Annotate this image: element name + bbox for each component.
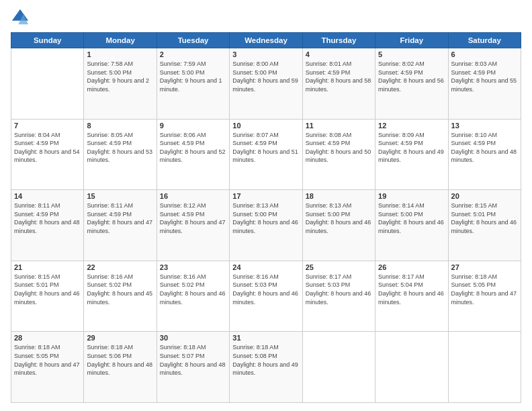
calendar-cell: 23 Sunrise: 8:16 AMSunset: 5:02 PMDaylig… [157, 261, 229, 332]
calendar-cell: 21 Sunrise: 8:15 AMSunset: 5:01 PMDaylig… [11, 261, 84, 332]
calendar-week-row: 14 Sunrise: 8:11 AMSunset: 4:59 PMDaylig… [11, 190, 521, 261]
cell-day-number: 3 [232, 50, 299, 58]
day-header-monday: Monday [84, 33, 157, 48]
cell-day-number: 26 [378, 263, 445, 271]
cell-day-number: 23 [160, 263, 226, 271]
calendar-cell: 16 Sunrise: 8:12 AMSunset: 4:59 PMDaylig… [157, 190, 229, 261]
cell-day-number: 18 [306, 192, 372, 200]
cell-sunrise: Sunrise: 8:13 AMSunset: 5:00 PMDaylight:… [306, 202, 371, 234]
calendar-cell: 5 Sunrise: 8:02 AMSunset: 4:59 PMDayligh… [375, 48, 448, 120]
cell-sunrise: Sunrise: 8:07 AMSunset: 4:59 PMDaylight:… [232, 132, 298, 164]
cell-sunrise: Sunrise: 8:18 AMSunset: 5:07 PMDaylight:… [160, 344, 226, 376]
calendar-cell: 20 Sunrise: 8:15 AMSunset: 5:01 PMDaylig… [448, 190, 521, 261]
calendar-cell: 8 Sunrise: 8:05 AMSunset: 4:59 PMDayligh… [84, 119, 157, 190]
day-header-friday: Friday [375, 33, 448, 48]
cell-sunrise: Sunrise: 8:12 AMSunset: 4:59 PMDaylight:… [160, 202, 226, 234]
cell-sunrise: Sunrise: 8:17 AMSunset: 5:03 PMDaylight:… [306, 273, 371, 306]
calendar-week-row: 1 Sunrise: 7:58 AMSunset: 5:00 PMDayligh… [11, 48, 521, 120]
cell-sunrise: Sunrise: 8:16 AMSunset: 5:02 PMDaylight:… [87, 273, 152, 306]
calendar-cell: 2 Sunrise: 7:59 AMSunset: 5:00 PMDayligh… [157, 48, 229, 120]
cell-day-number: 10 [232, 122, 299, 130]
cell-sunrise: Sunrise: 8:18 AMSunset: 5:06 PMDaylight:… [87, 344, 152, 376]
cell-sunrise: Sunrise: 8:11 AMSunset: 4:59 PMDaylight:… [14, 202, 80, 234]
cell-day-number: 16 [160, 192, 226, 200]
cell-day-number: 30 [160, 334, 226, 342]
cell-day-number: 7 [14, 122, 81, 130]
cell-day-number: 14 [14, 192, 81, 200]
cell-sunrise: Sunrise: 8:16 AMSunset: 5:03 PMDaylight:… [232, 273, 298, 306]
calendar-cell: 25 Sunrise: 8:17 AMSunset: 5:03 PMDaylig… [302, 261, 375, 332]
cell-sunrise: Sunrise: 8:01 AMSunset: 4:59 PMDaylight:… [306, 60, 371, 93]
calendar-cell: 15 Sunrise: 8:11 AMSunset: 4:59 PMDaylig… [84, 190, 157, 261]
header [11, 8, 521, 27]
cell-day-number: 11 [306, 122, 372, 130]
cell-day-number: 22 [87, 263, 153, 271]
cell-sunrise: Sunrise: 8:11 AMSunset: 4:59 PMDaylight:… [87, 202, 152, 234]
cell-day-number: 15 [87, 192, 153, 200]
calendar-table: SundayMondayTuesdayWednesdayThursdayFrid… [11, 32, 521, 403]
cell-day-number: 1 [87, 50, 153, 58]
cell-sunrise: Sunrise: 8:16 AMSunset: 5:02 PMDaylight:… [160, 273, 226, 306]
cell-day-number: 28 [14, 334, 81, 342]
cell-day-number: 13 [451, 122, 518, 130]
calendar-cell: 27 Sunrise: 8:18 AMSunset: 5:05 PMDaylig… [448, 261, 521, 332]
calendar-cell: 12 Sunrise: 8:09 AMSunset: 4:59 PMDaylig… [375, 119, 448, 190]
calendar-cell: 19 Sunrise: 8:14 AMSunset: 5:00 PMDaylig… [375, 190, 448, 261]
calendar-cell: 10 Sunrise: 8:07 AMSunset: 4:59 PMDaylig… [230, 119, 302, 190]
cell-sunrise: Sunrise: 8:08 AMSunset: 4:59 PMDaylight:… [306, 132, 371, 164]
cell-sunrise: Sunrise: 8:15 AMSunset: 5:01 PMDaylight:… [451, 202, 517, 234]
cell-day-number: 31 [232, 334, 299, 342]
cell-sunrise: Sunrise: 8:18 AMSunset: 5:05 PMDaylight:… [14, 344, 80, 376]
calendar-cell: 9 Sunrise: 8:06 AMSunset: 4:59 PMDayligh… [157, 119, 229, 190]
cell-day-number: 21 [14, 263, 81, 271]
cell-sunrise: Sunrise: 8:17 AMSunset: 5:04 PMDaylight:… [378, 273, 444, 306]
page: SundayMondayTuesdayWednesdayThursdayFrid… [0, 0, 532, 411]
cell-day-number: 4 [306, 50, 372, 58]
cell-sunrise: Sunrise: 8:14 AMSunset: 5:00 PMDaylight:… [378, 202, 444, 234]
cell-sunrise: Sunrise: 7:58 AMSunset: 5:00 PMDaylight:… [87, 60, 149, 93]
cell-day-number: 20 [451, 192, 518, 200]
cell-day-number: 12 [378, 122, 445, 130]
calendar-cell: 6 Sunrise: 8:03 AMSunset: 4:59 PMDayligh… [448, 48, 521, 120]
logo-icon [11, 8, 30, 27]
cell-sunrise: Sunrise: 8:05 AMSunset: 4:59 PMDaylight:… [87, 132, 152, 164]
cell-day-number: 29 [87, 334, 153, 342]
cell-sunrise: Sunrise: 8:02 AMSunset: 4:59 PMDaylight:… [378, 60, 444, 93]
cell-day-number: 6 [451, 50, 518, 58]
calendar-cell: 14 Sunrise: 8:11 AMSunset: 4:59 PMDaylig… [11, 190, 84, 261]
calendar-cell: 11 Sunrise: 8:08 AMSunset: 4:59 PMDaylig… [302, 119, 375, 190]
calendar-cell [11, 48, 84, 120]
calendar-week-row: 7 Sunrise: 8:04 AMSunset: 4:59 PMDayligh… [11, 119, 521, 190]
calendar-cell: 22 Sunrise: 8:16 AMSunset: 5:02 PMDaylig… [84, 261, 157, 332]
calendar-cell [448, 332, 521, 403]
cell-sunrise: Sunrise: 8:03 AMSunset: 4:59 PMDaylight:… [451, 60, 517, 93]
cell-day-number: 24 [232, 263, 299, 271]
cell-day-number: 8 [87, 122, 153, 130]
cell-day-number: 25 [306, 263, 372, 271]
calendar-cell: 1 Sunrise: 7:58 AMSunset: 5:00 PMDayligh… [84, 48, 157, 120]
calendar-cell: 13 Sunrise: 8:10 AMSunset: 4:59 PMDaylig… [448, 119, 521, 190]
day-header-saturday: Saturday [448, 33, 521, 48]
calendar-week-row: 28 Sunrise: 8:18 AMSunset: 5:05 PMDaylig… [11, 332, 521, 403]
calendar-cell: 31 Sunrise: 8:18 AMSunset: 5:08 PMDaylig… [230, 332, 302, 403]
cell-sunrise: Sunrise: 8:18 AMSunset: 5:08 PMDaylight:… [232, 344, 298, 376]
calendar-cell: 17 Sunrise: 8:13 AMSunset: 5:00 PMDaylig… [230, 190, 302, 261]
svg-marker-0 [12, 9, 28, 21]
cell-day-number: 19 [378, 192, 445, 200]
day-header-tuesday: Tuesday [157, 33, 229, 48]
calendar-cell: 26 Sunrise: 8:17 AMSunset: 5:04 PMDaylig… [375, 261, 448, 332]
cell-sunrise: Sunrise: 8:13 AMSunset: 5:00 PMDaylight:… [232, 202, 298, 234]
calendar-cell: 18 Sunrise: 8:13 AMSunset: 5:00 PMDaylig… [302, 190, 375, 261]
cell-sunrise: Sunrise: 7:59 AMSunset: 5:00 PMDaylight:… [160, 60, 222, 93]
calendar-cell: 3 Sunrise: 8:00 AMSunset: 5:00 PMDayligh… [230, 48, 302, 120]
cell-sunrise: Sunrise: 8:09 AMSunset: 4:59 PMDaylight:… [378, 132, 444, 164]
calendar-cell: 7 Sunrise: 8:04 AMSunset: 4:59 PMDayligh… [11, 119, 84, 190]
cell-day-number: 9 [160, 122, 226, 130]
day-header-thursday: Thursday [302, 33, 375, 48]
calendar-cell: 24 Sunrise: 8:16 AMSunset: 5:03 PMDaylig… [230, 261, 302, 332]
cell-day-number: 27 [451, 263, 518, 271]
cell-sunrise: Sunrise: 8:04 AMSunset: 4:59 PMDaylight:… [14, 132, 80, 164]
cell-sunrise: Sunrise: 8:06 AMSunset: 4:59 PMDaylight:… [160, 132, 226, 164]
cell-day-number: 5 [378, 50, 445, 58]
day-header-wednesday: Wednesday [230, 33, 302, 48]
